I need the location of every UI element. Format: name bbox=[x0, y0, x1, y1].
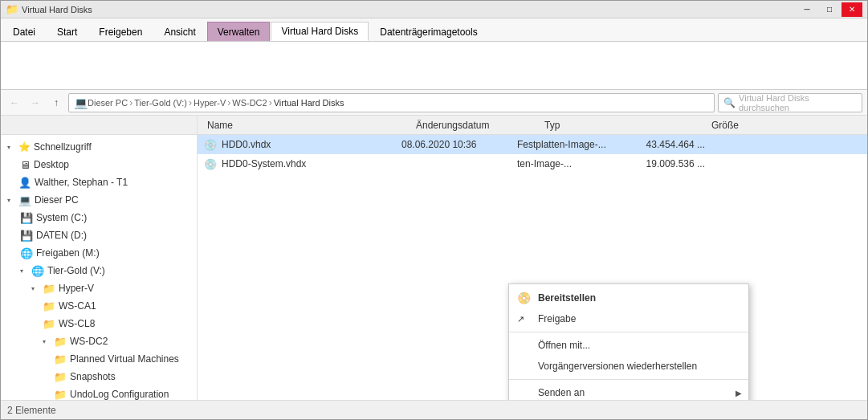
file-type-hdd0: Festplatten-Image-... bbox=[517, 139, 621, 150]
sidebar-item-tier-gold-v[interactable]: ▾ 🌐 Tier-Gold (V:) bbox=[1, 262, 197, 279]
user-icon: 👤 bbox=[18, 177, 31, 189]
sidebar-item-dieser-pc[interactable]: ▾ 💻 Dieser PC bbox=[1, 191, 197, 209]
ctx-vorgaenger[interactable]: Vorgängerversionen wiederherstellen bbox=[509, 356, 748, 377]
ws-dc2-icon: 📁 bbox=[54, 336, 67, 348]
freigabe-icon: ↗ bbox=[517, 314, 524, 324]
file-type-hdd0-system: ten-Image-... bbox=[517, 158, 621, 169]
ctx-label-freigabe: Freigabe bbox=[538, 313, 576, 324]
tab-freigeben[interactable]: Freigeben bbox=[88, 22, 153, 41]
star-icon: ⭐ bbox=[18, 141, 31, 153]
col-date[interactable]: Änderungsdatum bbox=[413, 120, 541, 131]
sidebar-item-freigaben-m[interactable]: 🌐 Freigaben (M:) bbox=[1, 244, 197, 262]
close-button[interactable]: ✕ bbox=[842, 2, 862, 17]
sidebar-label-daten-d: DATEN (D:) bbox=[36, 230, 87, 241]
ribbon: Datei Start Freigeben Ansicht Verwalten … bbox=[1, 18, 867, 90]
sidebar-label-planned-vm: Planned Virtual Machines bbox=[70, 353, 179, 365]
sidebar-label-ws-cl8: WS-CL8 bbox=[59, 318, 95, 329]
tab-vhd[interactable]: Virtual Hard Disks bbox=[271, 22, 369, 41]
tab-ansicht[interactable]: Ansicht bbox=[153, 22, 206, 41]
tab-start[interactable]: Start bbox=[47, 22, 88, 41]
minimize-button[interactable]: ─ bbox=[797, 2, 817, 17]
ws-ca1-icon: 📁 bbox=[43, 300, 55, 312]
tab-verwalten[interactable]: Verwalten bbox=[207, 22, 271, 41]
window-icon: 📁 bbox=[6, 3, 18, 15]
tab-datentraeger[interactable]: Datenträgerimagetools bbox=[369, 22, 487, 41]
sidebar-item-ws-dc2[interactable]: ▾ 📁 WS-DC2 bbox=[1, 332, 197, 350]
address-part-3: Hyper-V bbox=[194, 98, 226, 108]
sidebar-label-schnellzugriff: Schnellzugriff bbox=[34, 141, 92, 153]
ctx-oeffnen-mit[interactable]: Öffnen mit... bbox=[509, 335, 748, 356]
file-row-hdd0-system[interactable]: 💿 HDD0-System.vhdx ten-Image-... 19.009.… bbox=[198, 154, 867, 173]
address-part-2: Tier-Gold (V:) bbox=[134, 98, 187, 108]
address-part-4: WS-DC2 bbox=[232, 98, 267, 108]
chevron-icon: ▾ bbox=[7, 144, 15, 151]
arrow-icon: ▶ bbox=[736, 389, 742, 398]
file-icon-hdd0: 💿 bbox=[204, 139, 218, 151]
sidebar-label-system-c: System (C:) bbox=[36, 212, 87, 223]
sidebar-item-hyper-v[interactable]: ▾ 📁 Hyper-V bbox=[1, 279, 197, 297]
file-list: 💿 HDD0.vhdx 08.06.2020 10:36 Festplatten… bbox=[198, 135, 867, 400]
forward-button[interactable]: → bbox=[26, 94, 44, 112]
ctx-sep-1 bbox=[509, 332, 748, 332]
ribbon-tabs: Datei Start Freigeben Ansicht Verwalten … bbox=[1, 18, 867, 41]
drive-d-icon: 💾 bbox=[20, 230, 33, 242]
file-icon-hdd0-system: 💿 bbox=[204, 158, 218, 170]
sidebar-label-undolog: UndoLog Configuration bbox=[70, 389, 169, 400]
sidebar-item-snapshots[interactable]: 📁 Snapshots bbox=[1, 368, 197, 385]
col-name[interactable]: Name bbox=[204, 120, 413, 131]
ctx-label-bereitstellen: Bereitstellen bbox=[538, 292, 596, 304]
file-size-hdd0-system: 19.009.536 ... bbox=[625, 158, 705, 169]
address-box[interactable]: 💻 Dieser PC › Tier-Gold (V:) › Hyper-V ›… bbox=[68, 93, 715, 112]
sidebar-label-ws-dc2: WS-DC2 bbox=[70, 336, 108, 347]
file-size-hdd0: 43.454.464 ... bbox=[625, 139, 705, 150]
sidebar-item-undolog[interactable]: 📁 UndoLog Configuration bbox=[1, 385, 197, 400]
sidebar-item-ws-ca1[interactable]: 📁 WS-CA1 bbox=[1, 297, 197, 315]
ribbon-content bbox=[1, 41, 867, 89]
ctx-bereitstellen[interactable]: 📀 Bereitstellen bbox=[509, 287, 748, 308]
file-date-hdd0: 08.06.2020 10:36 bbox=[401, 139, 514, 150]
sidebar-item-desktop[interactable]: 🖥 Desktop bbox=[1, 156, 197, 173]
snapshots-icon: 📁 bbox=[54, 371, 67, 383]
file-name-hdd0: HDD0.vhdx bbox=[222, 139, 398, 150]
pc-icon: 💻 bbox=[18, 194, 31, 206]
sidebar: ▾ ⭐ Schnellzugriff 🖥 Desktop 👤 Walther, … bbox=[1, 135, 198, 400]
sidebar-item-schnellzugriff[interactable]: ▾ ⭐ Schnellzugriff bbox=[1, 138, 197, 156]
context-menu: 📀 Bereitstellen ↗ Freigabe Öffnen mit...… bbox=[508, 283, 749, 400]
sidebar-item-ws-cl8[interactable]: 📁 WS-CL8 bbox=[1, 315, 197, 332]
drive-c-icon: 💾 bbox=[20, 212, 33, 224]
sidebar-label-walther: Walther, Stephan - T1 bbox=[35, 177, 128, 188]
sidebar-label-dieser-pc: Dieser PC bbox=[35, 194, 79, 206]
sidebar-label-freigaben-m: Freigaben (M:) bbox=[36, 247, 100, 259]
sidebar-label-desktop: Desktop bbox=[34, 159, 69, 170]
sidebar-item-system-c[interactable]: 💾 System (C:) bbox=[1, 209, 197, 226]
undolog-icon: 📁 bbox=[54, 389, 67, 401]
explorer-window: 📁 Virtual Hard Disks ─ □ ✕ Datei Start F… bbox=[0, 0, 868, 420]
up-button[interactable]: ↑ bbox=[47, 94, 65, 112]
sidebar-label-snapshots: Snapshots bbox=[70, 371, 116, 382]
search-box[interactable]: 🔍 Virtual Hard Disks durchsuchen bbox=[718, 93, 862, 112]
col-size[interactable]: Größe bbox=[662, 120, 742, 131]
status-text: 2 Elemente bbox=[7, 405, 56, 416]
hyper-v-icon: 📁 bbox=[43, 283, 55, 295]
planned-vm-icon: 📁 bbox=[54, 353, 67, 365]
sidebar-label-tier-gold-v: Tier-Gold (V:) bbox=[47, 265, 105, 276]
desktop-icon: 🖥 bbox=[20, 159, 31, 171]
file-row-hdd0[interactable]: 💿 HDD0.vhdx 08.06.2020 10:36 Festplatten… bbox=[198, 135, 867, 154]
sidebar-item-walther[interactable]: 👤 Walther, Stephan - T1 bbox=[1, 173, 197, 191]
ctx-senden-an[interactable]: Senden an ▶ bbox=[509, 382, 748, 400]
maximize-button[interactable]: □ bbox=[819, 2, 840, 17]
title-bar-text: Virtual Hard Disks bbox=[22, 5, 797, 14]
status-bar: 2 Elemente bbox=[1, 400, 867, 419]
ctx-label-vorgaenger: Vorgängerversionen wiederherstellen bbox=[538, 361, 697, 372]
drive-m-icon: 🌐 bbox=[20, 247, 33, 259]
tab-datei[interactable]: Datei bbox=[2, 22, 46, 41]
bereitstellen-icon: 📀 bbox=[517, 292, 531, 304]
file-name-hdd0-system: HDD0-System.vhdx bbox=[222, 158, 398, 169]
sidebar-item-planned-vm[interactable]: 📁 Planned Virtual Machines bbox=[1, 350, 197, 368]
ctx-freigabe[interactable]: ↗ Freigabe bbox=[509, 308, 748, 329]
back-button[interactable]: ← bbox=[6, 94, 23, 112]
sidebar-spacer bbox=[1, 116, 198, 134]
sidebar-item-daten-d[interactable]: 💾 DATEN (D:) bbox=[1, 226, 197, 244]
search-icon: 🔍 bbox=[723, 97, 736, 108]
col-type[interactable]: Typ bbox=[541, 120, 662, 131]
